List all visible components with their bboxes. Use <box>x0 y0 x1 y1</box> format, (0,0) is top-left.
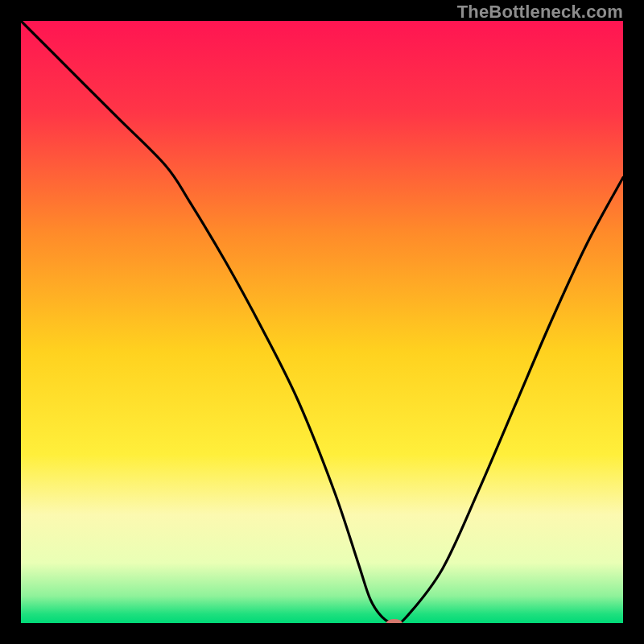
watermark-text: TheBottleneck.com <box>457 2 623 23</box>
bottleneck-chart <box>21 21 623 623</box>
chart-frame: TheBottleneck.com <box>0 0 644 644</box>
plot-area <box>21 21 623 623</box>
